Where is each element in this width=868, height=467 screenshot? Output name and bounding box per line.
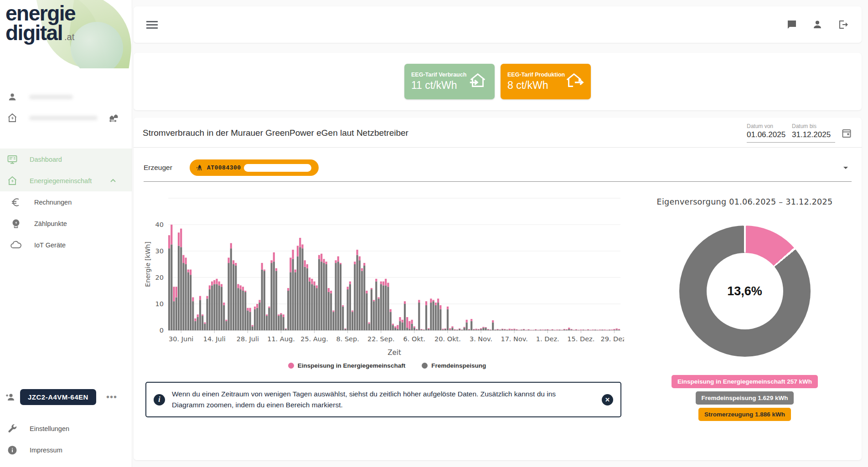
redacted-community-name xyxy=(29,116,98,120)
tariff-card-verbrauch: EEG-Tarif Verbrauch 11 ct/kWh xyxy=(404,64,495,99)
donut-hole: 13,6% xyxy=(707,253,783,329)
sidebar-item-label: Dashboard xyxy=(30,156,62,163)
sidebar-nav: Dashboard Energiegemeinschaft Rechnungen… xyxy=(0,149,132,256)
self-supply-donut-chart: 13,6% xyxy=(679,226,811,357)
wrench-icon xyxy=(6,423,18,435)
legend-item-einspeisung[interactable]: Einspeisung in Energiegemeinschaft xyxy=(288,362,405,369)
producer-chip-text: AT0084300 xyxy=(207,164,241,171)
account-section xyxy=(0,87,132,128)
date-range-picker: Datum von 01.06.2025 Datum bis 31.12.202… xyxy=(747,123,852,143)
tariff-card-produktion: EEG-Tarif Produktion 8 ct/kWh xyxy=(501,64,591,99)
person-add-icon[interactable] xyxy=(5,391,16,403)
date-to-value[interactable]: 31.12.2025 xyxy=(792,130,835,139)
house-arrow-in-icon xyxy=(467,70,488,93)
info-box-text: Wenn du einen Zeitraum von wenigen Tagen… xyxy=(172,389,582,411)
producer-chip[interactable]: AT0084300 xyxy=(190,159,319,176)
svg-text:3. Nov.: 3. Nov. xyxy=(470,335,492,343)
switch-community-icon[interactable] xyxy=(108,112,120,124)
person-icon xyxy=(6,91,18,103)
info-icon: i xyxy=(154,394,165,405)
chevron-up-icon[interactable] xyxy=(110,178,116,186)
svg-text:20. Okt.: 20. Okt. xyxy=(434,335,461,343)
sidebar-item-label: Energiegemeinschaft xyxy=(30,177,92,185)
energy-bar-chart[interactable]: 01020304030. Juni14. Juli28. Juli11. Aug… xyxy=(143,194,631,360)
svg-text:29. Dez.: 29. Dez. xyxy=(600,335,624,343)
sidebar-bottom: JZC2-A4VM-64EN ••• Einstellungen Impress… xyxy=(0,389,132,461)
topbar xyxy=(134,6,862,43)
account-user-row xyxy=(0,87,132,108)
dashboard-monitor-icon xyxy=(6,154,18,165)
bar-chart-area: 01020304030. Juni14. Juli28. Juli11. Aug… xyxy=(143,194,631,421)
date-to-field[interactable]: Datum bis 31.12.2025 xyxy=(792,123,835,139)
svg-text:25. Aug.: 25. Aug. xyxy=(300,335,328,343)
sidebar-item-label: Rechnungen xyxy=(34,199,72,206)
consumption-panel: Stromverbrauch in der Murauer GreenPower… xyxy=(134,118,862,460)
chevron-down-icon[interactable] xyxy=(840,162,852,174)
topbar-actions xyxy=(786,19,849,31)
sidebar-item-dashboard[interactable]: Dashboard xyxy=(0,149,132,170)
sidebar-bottom-nav: Einstellungen Impressum xyxy=(0,418,132,461)
panel-header: Stromverbrauch in der Murauer GreenPower… xyxy=(134,118,862,148)
pylon-icon xyxy=(196,164,203,171)
svg-text:40: 40 xyxy=(155,221,164,228)
app-logo: energie digital.at xyxy=(0,0,132,68)
donut-chart-area: Eigenversorgung 01.06.2025 – 31.12.2025 … xyxy=(631,194,858,421)
panel-content: 01020304030. Juni14. Juli28. Juli11. Aug… xyxy=(134,182,862,421)
svg-text:28. Juli: 28. Juli xyxy=(237,335,259,343)
sidebar-item-energiegemeinschaft[interactable]: Energiegemeinschaft xyxy=(0,170,132,191)
svg-text:Zeit: Zeit xyxy=(388,349,401,357)
donut-badges: Einspeisung in Energiegemeinschaft 257 k… xyxy=(672,375,818,421)
chat-icon[interactable] xyxy=(786,19,798,31)
more-options-icon[interactable]: ••• xyxy=(106,392,117,402)
community-code-row: JZC2-A4VM-64EN ••• xyxy=(0,389,132,405)
producer-label: Erzeuger xyxy=(144,164,172,172)
svg-text:20: 20 xyxy=(155,274,164,281)
producer-select-row[interactable]: Erzeuger AT0084300 xyxy=(144,159,852,182)
house-energy-icon xyxy=(6,112,18,124)
date-from-field[interactable]: Datum von 01.06.2025 xyxy=(747,123,790,139)
svg-text:1. Dez.: 1. Dez. xyxy=(536,335,559,343)
legend-dot xyxy=(422,363,428,369)
cloud-icon xyxy=(10,239,22,251)
donut-title: Eigenversorgung 01.06.2025 – 31.12.2025 xyxy=(657,197,833,206)
info-circle-icon xyxy=(6,444,18,456)
chart-legend: Einspeisung in Energiegemeinschaft Fremd… xyxy=(143,362,631,369)
sidebar-item-iot-ger-te[interactable]: IoT Geräte xyxy=(0,234,132,256)
sidebar-item-einstellungen[interactable]: Einstellungen xyxy=(0,418,132,439)
svg-text:11. Aug.: 11. Aug. xyxy=(267,335,295,343)
panel-title: Stromverbrauch in der Murauer GreenPower… xyxy=(143,128,408,138)
svg-text:30. Juni: 30. Juni xyxy=(169,335,193,343)
menu-icon[interactable] xyxy=(146,21,158,29)
close-icon[interactable]: ✕ xyxy=(602,394,613,405)
calendar-icon[interactable] xyxy=(841,127,852,139)
info-box: i Wenn du einen Zeitraum von wenigen Tag… xyxy=(145,382,621,417)
logo-text: energie digital.at xyxy=(5,4,132,43)
svg-text:8. Sep.: 8. Sep. xyxy=(336,335,359,343)
svg-text:6. Okt.: 6. Okt. xyxy=(403,335,426,343)
house-arrow-out-icon xyxy=(563,70,584,93)
sidebar-item-impressum[interactable]: Impressum xyxy=(0,439,132,461)
main-area: EEG-Tarif Verbrauch 11 ct/kWh EEG-Tarif … xyxy=(134,0,862,460)
euro-icon xyxy=(10,196,22,208)
donut-center-label: 13,6% xyxy=(727,284,762,298)
svg-text:30: 30 xyxy=(155,247,164,255)
community-code-badge[interactable]: JZC2-A4VM-64EN xyxy=(20,389,96,405)
logout-icon[interactable] xyxy=(837,19,849,31)
svg-text:15. Dez.: 15. Dez. xyxy=(567,335,594,343)
donut-badge-2: Stromerzeugung 1.886 kWh xyxy=(698,408,791,421)
logo-suffix: .at xyxy=(64,32,74,42)
svg-text:22. Sep.: 22. Sep. xyxy=(367,335,395,343)
sidebar-item-rechnungen[interactable]: Rechnungen xyxy=(0,191,132,213)
redacted-username xyxy=(29,95,73,99)
account-icon[interactable] xyxy=(811,19,823,31)
date-to-label: Datum bis xyxy=(792,123,835,129)
sidebar: energie digital.at Dashboard Energiegeme… xyxy=(0,0,132,467)
sidebar-item-z-hlpunkte[interactable]: Zählpunkte xyxy=(0,213,132,234)
donut-badge-0: Einspeisung in Energiegemeinschaft 257 k… xyxy=(672,375,818,388)
account-community-row xyxy=(0,108,132,128)
date-from-value[interactable]: 01.06.2025 xyxy=(747,130,790,139)
legend-item-fremdeinspeisung[interactable]: Fremdeinspeisung xyxy=(422,362,486,369)
tariff-cards-section: EEG-Tarif Verbrauch 11 ct/kWh EEG-Tarif … xyxy=(134,53,862,110)
house-energy-icon xyxy=(6,175,18,187)
svg-text:Energie [kWh]: Energie [kWh] xyxy=(144,241,151,287)
